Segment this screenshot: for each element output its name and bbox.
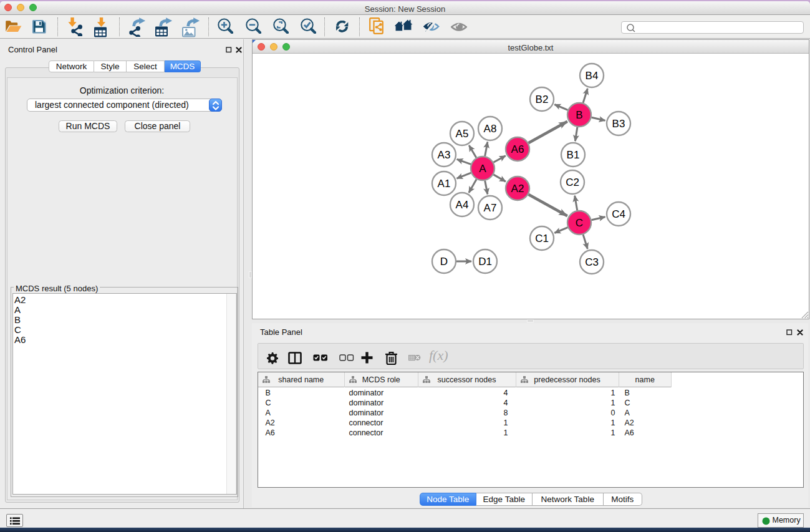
- svg-text:B3: B3: [612, 117, 625, 129]
- svg-text:A2: A2: [511, 182, 524, 194]
- svg-text:f(x): f(x): [429, 349, 448, 363]
- svg-text:C4: C4: [612, 208, 625, 220]
- svg-text:D: D: [440, 255, 447, 267]
- svg-text:C1: C1: [535, 232, 549, 244]
- svg-text:A5: A5: [455, 127, 468, 139]
- svg-text:A6: A6: [511, 143, 524, 155]
- svg-text:B2: B2: [535, 93, 548, 105]
- svg-text:A7: A7: [483, 201, 496, 213]
- svg-text:A: A: [479, 162, 486, 174]
- svg-text:B1: B1: [566, 148, 579, 160]
- svg-text:A1: A1: [437, 177, 450, 189]
- svg-text:D1: D1: [478, 255, 492, 267]
- svg-text:B: B: [576, 109, 582, 120]
- svg-text:A8: A8: [483, 122, 496, 134]
- svg-text:A3: A3: [437, 148, 450, 160]
- svg-text:B4: B4: [585, 69, 598, 81]
- svg-text:C: C: [575, 216, 582, 228]
- svg-text:C2: C2: [566, 176, 579, 188]
- svg-text:A4: A4: [455, 198, 468, 210]
- svg-text:C3: C3: [585, 256, 599, 268]
